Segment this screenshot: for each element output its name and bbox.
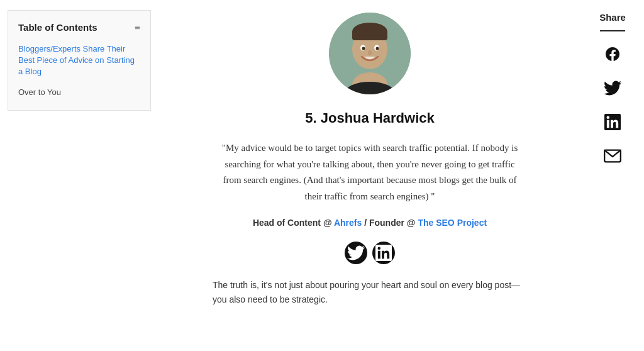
toc-link-1[interactable]: Bloggers/Experts Share Their Best Piece … [18, 43, 140, 78]
toc-box: Table of Contents ≡ Bloggers/Experts Sha… [8, 10, 151, 111]
bio-middle: / Founder @ [364, 218, 415, 228]
toc-title: Table of Contents [18, 20, 97, 35]
share-linkedin-button[interactable] [600, 109, 625, 135]
share-facebook-button[interactable] [600, 42, 625, 67]
author-bio: Head of Content @ Ahrefs / Founder @ The… [253, 216, 487, 230]
bio-prefix: Head of Content @ [253, 218, 332, 228]
author-linkedin-button[interactable] [372, 242, 395, 264]
author-twitter-button[interactable] [345, 242, 367, 264]
seo-project-link[interactable]: The SEO Project [418, 218, 487, 228]
author-avatar [329, 13, 411, 94]
toc-list-icon: ≡ [135, 20, 140, 36]
author-name: 5. Joshua Hardwick [305, 107, 434, 129]
author-social-icons [345, 242, 395, 264]
share-divider [600, 30, 625, 31]
svg-point-9 [376, 47, 379, 50]
svg-point-10 [368, 50, 372, 55]
toc-item-over-to-you: Over to You [18, 87, 61, 97]
author-quote: "My advice would be to target topics wit… [219, 140, 521, 204]
svg-point-8 [362, 47, 365, 50]
ahrefs-link[interactable]: Ahrefs [334, 218, 362, 228]
svg-rect-5 [352, 30, 387, 40]
share-twitter-button[interactable] [600, 75, 625, 101]
share-sidebar: Share [581, 0, 644, 351]
share-title: Share [599, 10, 626, 25]
table-of-contents-sidebar: Table of Contents ≡ Bloggers/Experts Sha… [0, 0, 158, 351]
toc-header: Table of Contents ≡ [18, 20, 140, 36]
share-email-button[interactable] [600, 143, 625, 169]
article-body-text: The truth is, it's not just about pourin… [213, 278, 527, 308]
main-content: 5. Joshua Hardwick "My advice would be t… [158, 0, 581, 351]
